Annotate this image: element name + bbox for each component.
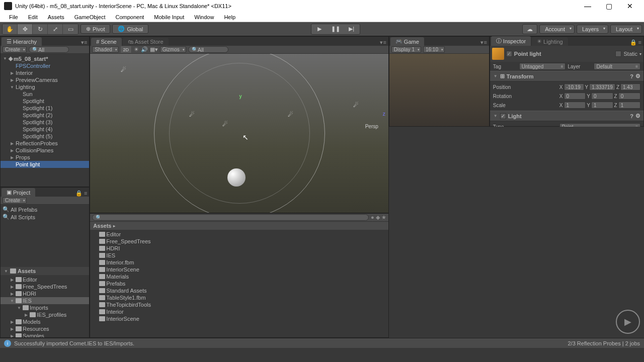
asset-item[interactable]: Standard Assets [90, 287, 388, 294]
hierarchy-item[interactable]: Point light [1, 161, 89, 168]
audio-toggle-icon[interactable]: 🔊 [141, 46, 148, 53]
asset-item[interactable]: InteriorScene [90, 266, 388, 273]
asset-item[interactable]: Materials [90, 273, 388, 280]
menu-mobile-input[interactable]: Mobile Input [150, 13, 188, 21]
project-folder[interactable]: ▶ Models [1, 318, 89, 325]
asset-item[interactable]: Interior.fbm [90, 259, 388, 266]
object-name-field[interactable]: Point light [514, 51, 614, 57]
2d-toggle[interactable]: 2D [121, 46, 132, 53]
cloud-button[interactable]: ☁ [522, 24, 537, 34]
project-folder[interactable]: ▶ Editor [1, 276, 89, 283]
account-dropdown[interactable]: Account [539, 25, 575, 34]
minimize-button[interactable]: — [578, 0, 598, 12]
scene-view[interactable]: y z Persp ↖ ☄ ☄ ☄ ☄ ☄ [90, 54, 388, 213]
shaded-dropdown[interactable]: Shaded [92, 46, 118, 53]
hierarchy-item[interactable]: ▶ReflectionProbes [1, 140, 89, 147]
position-x-field[interactable]: -10.19 [564, 83, 584, 90]
project-create-dropdown[interactable]: Create [3, 197, 27, 204]
hierarchy-create-dropdown[interactable]: Create [3, 46, 27, 53]
step-button[interactable]: ▶| [344, 24, 360, 34]
asset-item[interactable]: Free_SpeedTrees [90, 238, 388, 245]
active-checkbox[interactable]: ✓ [506, 51, 512, 57]
pivot-toggle[interactable]: ⊕Pivot [80, 24, 110, 34]
hierarchy-tab[interactable]: ☰Hierarchy [2, 37, 42, 46]
project-folder[interactable]: ▶ HDRI [1, 290, 89, 297]
hierarchy-item[interactable]: ▼Lighting [1, 83, 89, 90]
asset-store-tab[interactable]: 🛍Asset Store [123, 38, 169, 46]
pause-button[interactable]: ❚❚ [328, 24, 344, 34]
gear-icon[interactable]: ⚙ [635, 73, 640, 79]
rotation-z-field[interactable]: 0 [618, 93, 640, 100]
assets-search[interactable]: 🔍 [92, 214, 369, 221]
move-tool[interactable]: ✥ [18, 24, 33, 34]
fx-toggle-icon[interactable]: ▦▾ [150, 46, 158, 53]
asset-item[interactable]: InteriorScene [90, 315, 388, 322]
asset-item[interactable]: TheTopicbirdTools [90, 301, 388, 308]
scene-search[interactable]: 🔍All [188, 46, 228, 53]
rect-tool[interactable]: ▭ [63, 24, 78, 34]
project-folder[interactable]: ▼ IES [1, 297, 89, 304]
rotation-x-field[interactable]: 0 [564, 93, 586, 100]
position-y-field[interactable]: 1.333719 [589, 83, 615, 90]
asset-item[interactable]: Interior [90, 308, 388, 315]
position-z-field[interactable]: 1.43 [620, 83, 640, 90]
scene-root[interactable]: ▼◈ m5_08_start* [1, 55, 89, 62]
hierarchy-item[interactable]: Sun [1, 90, 89, 98]
light-gizmo-icon[interactable]: ☄ [120, 66, 127, 73]
hierarchy-item[interactable]: Spotlight (2) [1, 112, 89, 119]
static-checkbox[interactable] [615, 51, 621, 57]
project-folder[interactable]: ▶ Resources [1, 325, 89, 332]
project-folder[interactable]: ▶ Free_SpeedTrees [1, 283, 89, 290]
rotate-tool[interactable]: ↻ [33, 24, 48, 34]
project-folder[interactable]: ▼ Imports [1, 304, 89, 311]
scale-tool[interactable]: ⤢ [48, 24, 63, 34]
project-tree[interactable]: ▶ Editor▶ Free_SpeedTrees▶ HDRI▼ IES▼ Im… [1, 275, 89, 337]
project-folder[interactable]: ▶ Samples [1, 332, 89, 337]
help-icon[interactable]: ? [630, 113, 633, 119]
play-overlay-icon[interactable]: ▶ [616, 310, 640, 334]
light-gizmo-icon[interactable]: ☄ [189, 111, 196, 118]
hierarchy-item[interactable]: ▶PreviewCameras [1, 76, 89, 83]
hierarchy-item[interactable]: Spotlight (4) [1, 126, 89, 133]
project-lock-icon[interactable]: 🔒 ≡ [73, 190, 89, 197]
layout-dropdown[interactable]: Layout [610, 25, 642, 34]
transform-component-header[interactable]: ▼⊞Transform?⚙ [490, 71, 643, 81]
project-folder[interactable]: ▶ IES_profiles [1, 311, 89, 318]
light-gizmo-icon[interactable]: ☄ [287, 111, 294, 118]
light-gizmo-icon[interactable]: ☄ [353, 102, 360, 109]
scale-y-field[interactable]: 1 [591, 102, 613, 109]
menu-gameobject[interactable]: GameObject [70, 13, 110, 21]
menu-file[interactable]: File [5, 13, 22, 21]
project-tab[interactable]: ▣Project [2, 188, 35, 197]
light-enabled-checkbox[interactable]: ✓ [500, 113, 506, 119]
assets-section-header[interactable]: ▼Assets [1, 267, 89, 275]
tag-dropdown[interactable]: Untagged [519, 63, 566, 70]
menu-window[interactable]: Window [190, 13, 218, 21]
breadcrumb[interactable]: Assets ▸ [90, 222, 388, 230]
hierarchy-item[interactable]: ▶Props [1, 154, 89, 161]
play-button[interactable]: ▶ [311, 24, 328, 34]
hierarchy-item[interactable]: Spotlight (1) [1, 105, 89, 112]
inspector-tab[interactable]: ⓘInspector [491, 36, 531, 46]
perspective-label[interactable]: Persp [365, 124, 378, 129]
favorites-item[interactable]: 🔍All Prefabs [1, 206, 89, 213]
display-dropdown[interactable]: Display 1 [391, 46, 421, 53]
favorites-item[interactable]: 🔍All Scripts [1, 213, 89, 221]
close-button[interactable]: ✕ [620, 0, 640, 12]
hierarchy-item[interactable]: Spotlight (5) [1, 133, 89, 140]
hand-tool[interactable]: ✋ [3, 24, 18, 34]
asset-item[interactable]: TableStyle1.fbm [90, 294, 388, 301]
aspect-dropdown[interactable]: 16:10 [423, 46, 445, 53]
maximize-button[interactable]: ▢ [599, 0, 619, 12]
asset-item[interactable]: IES [90, 252, 388, 259]
rotation-y-field[interactable]: 0 [591, 93, 613, 100]
hierarchy-item[interactable]: Spotlight (3) [1, 119, 89, 126]
hierarchy-item[interactable]: Spotlight [1, 98, 89, 105]
help-icon[interactable]: ? [630, 73, 633, 79]
scene-tab[interactable]: #Scene [91, 38, 121, 46]
hierarchy-item[interactable]: ▶CollisionPlanes [1, 147, 89, 154]
menu-help[interactable]: Help [220, 13, 239, 21]
menu-edit[interactable]: Edit [24, 13, 42, 21]
panel-menu-icon[interactable]: ▾≡ [378, 39, 388, 46]
layer-dropdown[interactable]: Default [594, 63, 640, 70]
